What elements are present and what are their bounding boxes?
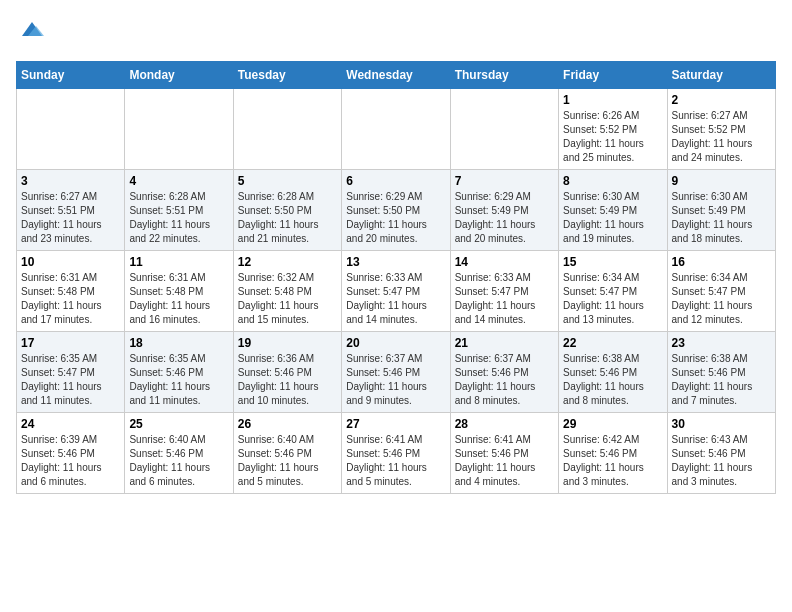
day-info: Sunrise: 6:34 AM Sunset: 5:47 PM Dayligh… <box>563 271 662 327</box>
day-number: 10 <box>21 255 120 269</box>
day-number: 3 <box>21 174 120 188</box>
day-info: Sunrise: 6:36 AM Sunset: 5:46 PM Dayligh… <box>238 352 337 408</box>
day-info: Sunrise: 6:27 AM Sunset: 5:51 PM Dayligh… <box>21 190 120 246</box>
day-number: 13 <box>346 255 445 269</box>
calendar-week-row: 10Sunrise: 6:31 AM Sunset: 5:48 PM Dayli… <box>17 250 776 331</box>
calendar-cell <box>342 88 450 169</box>
day-info: Sunrise: 6:30 AM Sunset: 5:49 PM Dayligh… <box>672 190 771 246</box>
day-info: Sunrise: 6:40 AM Sunset: 5:46 PM Dayligh… <box>238 433 337 489</box>
calendar-cell: 19Sunrise: 6:36 AM Sunset: 5:46 PM Dayli… <box>233 331 341 412</box>
page-header <box>16 16 776 49</box>
calendar-week-row: 1Sunrise: 6:26 AM Sunset: 5:52 PM Daylig… <box>17 88 776 169</box>
weekday-header-tuesday: Tuesday <box>233 61 341 88</box>
calendar-week-row: 24Sunrise: 6:39 AM Sunset: 5:46 PM Dayli… <box>17 412 776 493</box>
day-number: 28 <box>455 417 554 431</box>
calendar-cell: 16Sunrise: 6:34 AM Sunset: 5:47 PM Dayli… <box>667 250 775 331</box>
calendar-cell: 23Sunrise: 6:38 AM Sunset: 5:46 PM Dayli… <box>667 331 775 412</box>
day-number: 11 <box>129 255 228 269</box>
day-info: Sunrise: 6:38 AM Sunset: 5:46 PM Dayligh… <box>563 352 662 408</box>
calendar-table: SundayMondayTuesdayWednesdayThursdayFrid… <box>16 61 776 494</box>
calendar-cell: 5Sunrise: 6:28 AM Sunset: 5:50 PM Daylig… <box>233 169 341 250</box>
day-info: Sunrise: 6:33 AM Sunset: 5:47 PM Dayligh… <box>346 271 445 327</box>
calendar-cell: 18Sunrise: 6:35 AM Sunset: 5:46 PM Dayli… <box>125 331 233 412</box>
calendar-week-row: 17Sunrise: 6:35 AM Sunset: 5:47 PM Dayli… <box>17 331 776 412</box>
day-number: 20 <box>346 336 445 350</box>
day-info: Sunrise: 6:33 AM Sunset: 5:47 PM Dayligh… <box>455 271 554 327</box>
calendar-cell: 8Sunrise: 6:30 AM Sunset: 5:49 PM Daylig… <box>559 169 667 250</box>
logo-icon <box>18 16 46 44</box>
calendar-cell <box>125 88 233 169</box>
day-info: Sunrise: 6:28 AM Sunset: 5:50 PM Dayligh… <box>238 190 337 246</box>
day-info: Sunrise: 6:41 AM Sunset: 5:46 PM Dayligh… <box>455 433 554 489</box>
calendar-cell: 30Sunrise: 6:43 AM Sunset: 5:46 PM Dayli… <box>667 412 775 493</box>
weekday-header-row: SundayMondayTuesdayWednesdayThursdayFrid… <box>17 61 776 88</box>
day-info: Sunrise: 6:38 AM Sunset: 5:46 PM Dayligh… <box>672 352 771 408</box>
calendar-cell: 15Sunrise: 6:34 AM Sunset: 5:47 PM Dayli… <box>559 250 667 331</box>
day-number: 22 <box>563 336 662 350</box>
day-number: 25 <box>129 417 228 431</box>
day-info: Sunrise: 6:27 AM Sunset: 5:52 PM Dayligh… <box>672 109 771 165</box>
calendar-cell: 3Sunrise: 6:27 AM Sunset: 5:51 PM Daylig… <box>17 169 125 250</box>
calendar-cell: 10Sunrise: 6:31 AM Sunset: 5:48 PM Dayli… <box>17 250 125 331</box>
calendar-cell: 14Sunrise: 6:33 AM Sunset: 5:47 PM Dayli… <box>450 250 558 331</box>
calendar-week-row: 3Sunrise: 6:27 AM Sunset: 5:51 PM Daylig… <box>17 169 776 250</box>
day-number: 19 <box>238 336 337 350</box>
day-number: 16 <box>672 255 771 269</box>
day-info: Sunrise: 6:42 AM Sunset: 5:46 PM Dayligh… <box>563 433 662 489</box>
day-number: 14 <box>455 255 554 269</box>
calendar-cell: 7Sunrise: 6:29 AM Sunset: 5:49 PM Daylig… <box>450 169 558 250</box>
day-number: 18 <box>129 336 228 350</box>
day-number: 2 <box>672 93 771 107</box>
calendar-cell: 12Sunrise: 6:32 AM Sunset: 5:48 PM Dayli… <box>233 250 341 331</box>
day-number: 26 <box>238 417 337 431</box>
day-info: Sunrise: 6:39 AM Sunset: 5:46 PM Dayligh… <box>21 433 120 489</box>
day-number: 27 <box>346 417 445 431</box>
day-number: 7 <box>455 174 554 188</box>
day-number: 9 <box>672 174 771 188</box>
calendar-cell: 28Sunrise: 6:41 AM Sunset: 5:46 PM Dayli… <box>450 412 558 493</box>
calendar-cell: 24Sunrise: 6:39 AM Sunset: 5:46 PM Dayli… <box>17 412 125 493</box>
day-number: 17 <box>21 336 120 350</box>
calendar-cell: 9Sunrise: 6:30 AM Sunset: 5:49 PM Daylig… <box>667 169 775 250</box>
day-info: Sunrise: 6:29 AM Sunset: 5:50 PM Dayligh… <box>346 190 445 246</box>
weekday-header-wednesday: Wednesday <box>342 61 450 88</box>
day-info: Sunrise: 6:28 AM Sunset: 5:51 PM Dayligh… <box>129 190 228 246</box>
calendar-cell <box>17 88 125 169</box>
day-number: 4 <box>129 174 228 188</box>
weekday-header-friday: Friday <box>559 61 667 88</box>
day-number: 8 <box>563 174 662 188</box>
calendar-cell: 25Sunrise: 6:40 AM Sunset: 5:46 PM Dayli… <box>125 412 233 493</box>
day-number: 12 <box>238 255 337 269</box>
day-number: 30 <box>672 417 771 431</box>
calendar-cell: 1Sunrise: 6:26 AM Sunset: 5:52 PM Daylig… <box>559 88 667 169</box>
calendar-cell: 11Sunrise: 6:31 AM Sunset: 5:48 PM Dayli… <box>125 250 233 331</box>
day-info: Sunrise: 6:35 AM Sunset: 5:47 PM Dayligh… <box>21 352 120 408</box>
day-info: Sunrise: 6:41 AM Sunset: 5:46 PM Dayligh… <box>346 433 445 489</box>
day-info: Sunrise: 6:35 AM Sunset: 5:46 PM Dayligh… <box>129 352 228 408</box>
day-info: Sunrise: 6:32 AM Sunset: 5:48 PM Dayligh… <box>238 271 337 327</box>
calendar-cell: 20Sunrise: 6:37 AM Sunset: 5:46 PM Dayli… <box>342 331 450 412</box>
calendar-cell <box>450 88 558 169</box>
calendar-cell: 13Sunrise: 6:33 AM Sunset: 5:47 PM Dayli… <box>342 250 450 331</box>
logo <box>16 16 46 49</box>
calendar-cell: 22Sunrise: 6:38 AM Sunset: 5:46 PM Dayli… <box>559 331 667 412</box>
day-number: 23 <box>672 336 771 350</box>
day-number: 5 <box>238 174 337 188</box>
day-info: Sunrise: 6:30 AM Sunset: 5:49 PM Dayligh… <box>563 190 662 246</box>
day-info: Sunrise: 6:37 AM Sunset: 5:46 PM Dayligh… <box>455 352 554 408</box>
day-number: 6 <box>346 174 445 188</box>
calendar-cell: 2Sunrise: 6:27 AM Sunset: 5:52 PM Daylig… <box>667 88 775 169</box>
weekday-header-sunday: Sunday <box>17 61 125 88</box>
weekday-header-monday: Monday <box>125 61 233 88</box>
day-info: Sunrise: 6:43 AM Sunset: 5:46 PM Dayligh… <box>672 433 771 489</box>
day-info: Sunrise: 6:31 AM Sunset: 5:48 PM Dayligh… <box>21 271 120 327</box>
day-info: Sunrise: 6:34 AM Sunset: 5:47 PM Dayligh… <box>672 271 771 327</box>
weekday-header-saturday: Saturday <box>667 61 775 88</box>
calendar-cell: 17Sunrise: 6:35 AM Sunset: 5:47 PM Dayli… <box>17 331 125 412</box>
calendar-cell: 27Sunrise: 6:41 AM Sunset: 5:46 PM Dayli… <box>342 412 450 493</box>
day-number: 15 <box>563 255 662 269</box>
day-info: Sunrise: 6:31 AM Sunset: 5:48 PM Dayligh… <box>129 271 228 327</box>
day-number: 1 <box>563 93 662 107</box>
calendar-cell <box>233 88 341 169</box>
calendar-cell: 26Sunrise: 6:40 AM Sunset: 5:46 PM Dayli… <box>233 412 341 493</box>
